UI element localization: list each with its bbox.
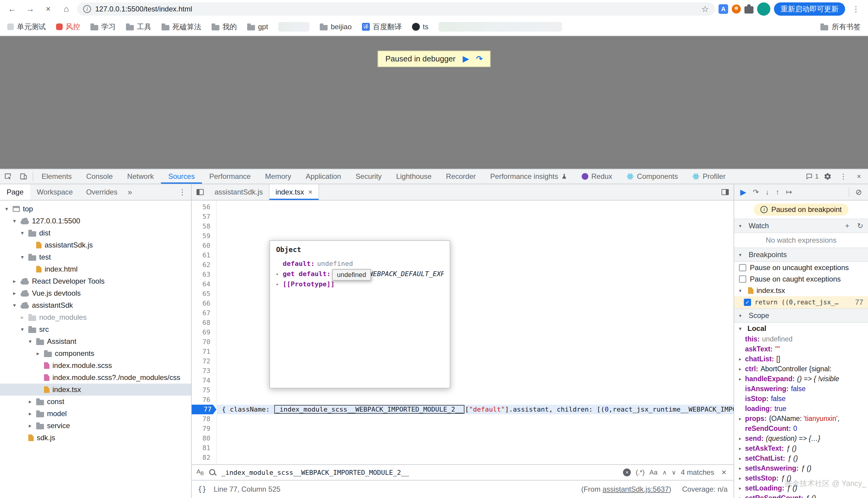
line-number[interactable]: 65 (192, 289, 216, 299)
expand-arrow-icon[interactable]: ▸ (739, 416, 745, 421)
tree-item-assistantsdk[interactable]: ▾assistantSdk (0, 299, 191, 311)
all-bookmarks-button[interactable]: 所有书签 (812, 22, 861, 31)
inspect-icon[interactable] (0, 169, 16, 184)
home-icon[interactable]: ⌂ (59, 2, 74, 16)
match-case-toggle[interactable]: Aa (650, 469, 658, 476)
address-bar[interactable]: i 127.0.0.1:5500/test/index.html ☆ (77, 2, 715, 16)
tree-item-node-modules[interactable]: ▸node_modules (0, 311, 191, 323)
collapse-arrow-icon[interactable]: ▾ (739, 252, 745, 258)
paused-code-line[interactable]: { className: _index_module_scss__WEBPACK… (217, 405, 733, 414)
devtools-tab-profiler[interactable]: Profiler (685, 169, 733, 184)
collapse-arrow-icon[interactable]: ▾ (739, 326, 745, 331)
scope-entry-this[interactable]: this:undefined (734, 334, 868, 344)
checkbox-unchecked[interactable] (739, 264, 746, 271)
devtools-tab-network[interactable]: Network (120, 169, 161, 184)
toggle-debugger-sidebar-icon[interactable] (717, 184, 733, 200)
scope-entry-props[interactable]: ▸props:{OAName: 'tianyunxin', (734, 414, 868, 424)
devtools-tab-memory[interactable]: Memory (258, 169, 299, 184)
devtools-tab-application[interactable]: Application (298, 169, 348, 184)
bookmark-item[interactable]: 工具 (126, 22, 151, 31)
step-out-icon[interactable]: ↑ (776, 188, 779, 196)
line-number[interactable]: 70 (192, 337, 216, 347)
scope-local-header[interactable]: ▾ Local (734, 323, 868, 334)
devtools-tab-sources[interactable]: Sources (161, 169, 202, 184)
pause-caught-exceptions-row[interactable]: Pause on caught exceptions (734, 273, 868, 285)
tree-item-index-html[interactable]: index.html (0, 263, 191, 275)
editor-tab-assistantsdk-js[interactable]: assistantSdk.js (208, 184, 269, 200)
devtools-tab-console[interactable]: Console (79, 169, 120, 184)
tree-item-assistantsdk-js[interactable]: assistantSdk.js (0, 239, 191, 251)
devtools-tab-redux[interactable]: Redux (574, 169, 620, 184)
devtools-tab-performance[interactable]: Performance (202, 169, 258, 184)
toggle-navigator-icon[interactable] (192, 184, 208, 200)
stop-icon[interactable]: × (41, 2, 55, 16)
translate-extension-icon[interactable]: A (718, 4, 728, 14)
line-number[interactable]: 61 (192, 250, 216, 260)
tree-item-model[interactable]: ▸model (0, 408, 191, 420)
code-line[interactable] (217, 395, 733, 405)
line-number[interactable]: 60 (192, 241, 216, 250)
code-line[interactable] (217, 202, 733, 212)
tree-item-vue-js-devtools[interactable]: ▸Vue.js devtools (0, 287, 191, 299)
regex-toggle[interactable]: (.*) (636, 469, 644, 476)
expand-arrow-icon[interactable]: ▸ (739, 475, 745, 481)
devtools-tab-security[interactable]: Security (348, 169, 389, 184)
settings-gear-icon[interactable] (820, 172, 835, 180)
line-number[interactable]: 72 (192, 356, 216, 366)
line-number[interactable]: 81 (192, 443, 216, 453)
tree-item-127-0-0-1-5500[interactable]: ▾127.0.0.1:5500 (0, 215, 191, 227)
step-icon[interactable]: ↦ (786, 188, 792, 196)
editor-tab-index-tsx[interactable]: index.tsx × (269, 184, 319, 200)
line-number[interactable]: 78 (192, 414, 216, 424)
code-line[interactable] (217, 424, 733, 434)
scope-entry-loading[interactable]: loading:true (734, 404, 868, 414)
scope-entry-isstop[interactable]: isStop:false (734, 394, 868, 404)
code-line[interactable] (217, 453, 733, 462)
collapse-arrow-icon[interactable]: ▾ (739, 223, 745, 229)
add-watch-icon[interactable]: + (845, 222, 849, 230)
line-number[interactable]: 68 (192, 318, 216, 328)
step-into-icon[interactable]: ↓ (766, 188, 769, 196)
scope-entry-setloading[interactable]: ▸setLoading:ƒ () (734, 483, 868, 493)
tree-item-src[interactable]: ▾src (0, 323, 191, 336)
tree-item-dist[interactable]: ▾dist (0, 227, 191, 239)
resume-script-icon[interactable]: ▶ (463, 54, 469, 64)
devtools-close-icon[interactable]: × (851, 172, 867, 181)
line-number[interactable]: 79 (192, 424, 216, 434)
line-number[interactable]: 76 (192, 395, 216, 405)
back-icon[interactable]: ← (5, 2, 19, 16)
breakpoint-entry[interactable]: ✓ return ((0,react_jsx_… 77 (734, 296, 868, 308)
collapse-arrow-icon[interactable]: ▾ (739, 313, 745, 318)
tree-item-index-module-scss[interactable]: index.module.scss (0, 359, 191, 371)
line-number[interactable]: 66 (192, 299, 216, 308)
site-info-icon[interactable]: i (83, 5, 91, 13)
clear-search-icon[interactable]: × (623, 469, 631, 476)
code-line[interactable] (217, 231, 733, 241)
tree-item-assistant[interactable]: ▾Assistant (0, 336, 191, 348)
deactivate-breakpoints-icon[interactable]: ⊘ (849, 187, 862, 197)
more-tabs-icon[interactable]: » (124, 187, 136, 197)
pretty-print-icon[interactable]: {} (198, 485, 206, 494)
code-line[interactable] (217, 212, 733, 222)
tree-item-service[interactable]: ▸service (0, 420, 191, 432)
devtools-tab-lighthouse[interactable]: Lighthouse (389, 169, 438, 184)
profile-avatar[interactable] (757, 2, 770, 16)
device-toolbar-icon[interactable] (16, 169, 31, 184)
step-over-icon[interactable]: ↷ (753, 188, 759, 196)
source-map-link[interactable]: assistantSdk.js:5637 (602, 485, 669, 493)
bookmark-item[interactable]: gpt (247, 23, 268, 31)
scope-entry-asktext[interactable]: askText:"" (734, 344, 868, 354)
line-number[interactable]: 56 (192, 202, 216, 212)
breakpoint-file-group[interactable]: ▾ index.tsx (734, 285, 868, 296)
scope-entry-setasktext[interactable]: ▸setAskText:ƒ () (734, 444, 868, 454)
bookmark-item[interactable]: 译百度翻译 (362, 22, 402, 31)
line-number[interactable]: 74 (192, 376, 216, 385)
search-input[interactable]: _index_module_scss__WEBPACK_IMPORTED_MOD… (221, 469, 618, 476)
close-tab-icon[interactable]: × (308, 188, 312, 196)
tree-item-test[interactable]: ▾test (0, 251, 191, 263)
expand-arrow-icon[interactable]: ▸ (739, 446, 745, 451)
tree-item-react-developer-tools[interactable]: ▸React Developer Tools (0, 275, 191, 287)
expand-arrow-icon[interactable]: ▸ (739, 366, 745, 372)
line-number[interactable]: 73 (192, 366, 216, 376)
bookmark-item[interactable]: 死磕算法 (162, 22, 201, 31)
